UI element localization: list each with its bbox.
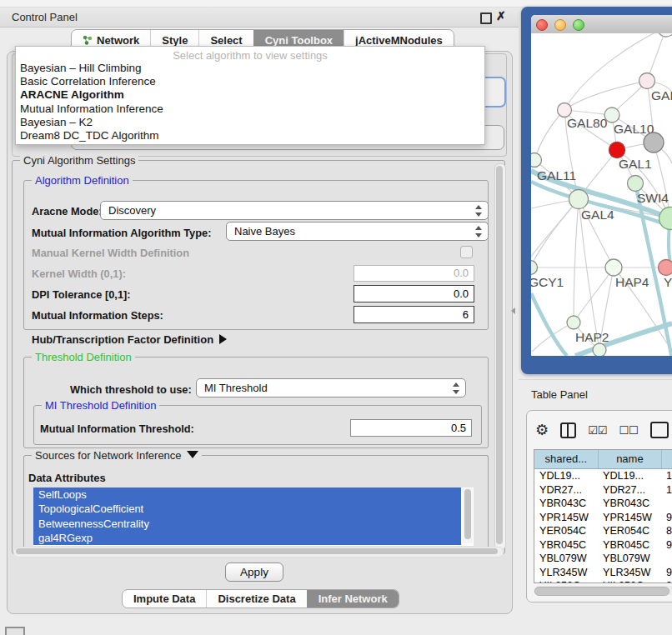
algorithm-option[interactable]: ARACNE Algorithm [16, 88, 484, 102]
aracne-mode-combo[interactable]: Discovery [100, 201, 489, 220]
scrollbar-thumb[interactable] [496, 166, 503, 544]
float-window-icon[interactable] [480, 12, 492, 24]
zoom-traffic-light-icon[interactable] [573, 19, 584, 31]
network-node-hap4[interactable] [605, 259, 622, 276]
algorithm-option[interactable]: Bayesian – Hill Climbing [16, 62, 484, 75]
apply-button[interactable]: Apply [225, 562, 283, 582]
scrollbar-thumb[interactable] [464, 489, 471, 539]
mi-threshold-input[interactable]: 0.5 [350, 419, 472, 437]
mi-type-combo[interactable]: Naive Bayes [226, 222, 489, 241]
column-header[interactable]: shared... [534, 450, 599, 468]
table-cell: YBL079W [534, 552, 598, 566]
algorithm-option[interactable]: Mutual Information Inference [16, 102, 484, 116]
node-table[interactable]: shared...name YDL19...YDL19...13YDR27...… [534, 449, 672, 583]
table-cell: YBR045C [534, 538, 598, 552]
column-header[interactable] [662, 450, 672, 468]
node-label: Y [664, 275, 672, 289]
table-cell: YDR27... [598, 483, 661, 498]
app-root: Control Panel ✗ NetworkStyleSelectCyni T… [0, 0, 672, 635]
data-attributes-list[interactable]: SelfLoopsTopologicalCoefficientBetweenne… [33, 488, 474, 546]
table-row[interactable]: YBL079WYBL079W [534, 552, 672, 566]
scrollbar-thumb[interactable] [16, 548, 498, 554]
table-cell: YDR27... [534, 483, 598, 498]
table-row[interactable]: YBR045CYBR045C9. [534, 538, 672, 552]
which-threshold-value: MI Threshold [204, 382, 268, 394]
table-row[interactable]: YDL19...YDL19...13 [534, 469, 672, 483]
columns-icon[interactable] [560, 422, 576, 438]
network-node[interactable] [644, 132, 664, 152]
gear-icon[interactable]: ⚙ [535, 422, 549, 438]
kernel-width-label: Kernel Width (0,1): [32, 268, 126, 280]
table-row[interactable]: YPR145WYPR145W9. [534, 511, 672, 525]
algorithm-option[interactable]: Basic Correlation Inference [16, 75, 484, 88]
network-node[interactable] [659, 208, 672, 230]
table-row[interactable]: YIL052CYIL052C9. [534, 579, 672, 583]
panel-resize-arrow-icon[interactable] [511, 308, 515, 314]
network-node-gal4[interactable] [569, 190, 589, 209]
network-node-gal[interactable] [639, 73, 655, 89]
network-edge [534, 110, 564, 160]
network-node-hap2[interactable] [567, 316, 580, 329]
network-window-titlebar[interactable] [531, 15, 672, 34]
mi-steps-input[interactable]: 6 [354, 306, 474, 323]
network-canvas[interactable]: GALGAL80GAL10GAL1GAL11SWI4GAL4GCY1HAP4YH… [531, 33, 672, 356]
deselect-all-checkboxes-icon[interactable]: ☐☐ [619, 424, 638, 437]
dpi-label: DPI Tolerance [0,1]: [32, 288, 131, 301]
table-cell: 9. [661, 566, 672, 580]
network-node-y[interactable] [659, 260, 672, 276]
table-cell: YPR145W [598, 511, 661, 525]
panel-icon[interactable] [650, 422, 669, 438]
dpi-input[interactable]: 0.0 [354, 285, 474, 302]
network-node[interactable] [657, 33, 672, 37]
attribute-item[interactable]: SelfLoops [33, 488, 461, 502]
tab-label: Cyni Toolbox [265, 34, 333, 47]
table-row[interactable]: YDR27...YDR27...12 [534, 483, 672, 498]
network-node[interactable] [593, 343, 606, 356]
column-header[interactable]: name [599, 450, 663, 468]
tab-discretize-data[interactable]: Discretize Data [206, 590, 306, 608]
popup-header: Select algorithm to view settings [16, 47, 484, 62]
sources-title[interactable]: Sources for Network Inference [32, 449, 202, 462]
table-row[interactable]: YLR345WYLR345W9. [534, 566, 672, 580]
network-edge [531, 199, 579, 268]
table-cell: 9. [661, 538, 672, 552]
threshold-definition-title: Threshold Definition [32, 351, 135, 363]
tab-label: Network [97, 34, 139, 47]
network-node-gal11[interactable] [531, 153, 542, 168]
aracne-mode-value: Discovery [108, 204, 156, 217]
settings-horizontal-scrollbar[interactable] [13, 547, 504, 558]
network-node-gal10[interactable] [604, 108, 619, 122]
mi-threshold-label: Mutual Information Threshold: [40, 422, 194, 435]
attribute-item[interactable]: BetweennessCentrality [33, 517, 461, 531]
algorithm-option[interactable]: Bayesian – K2 [16, 116, 484, 129]
table-cell [661, 497, 672, 511]
tab-label: Infer Network [318, 592, 388, 605]
network-node-gal80[interactable] [558, 103, 572, 118]
attribute-item[interactable]: TopologicalCoefficient [33, 502, 461, 516]
kernel-width-input[interactable]: 0.0 [354, 265, 474, 282]
network-node-gcy1[interactable] [531, 261, 538, 275]
list-vertical-scrollbar[interactable] [463, 488, 473, 543]
network-node-gal1[interactable] [609, 142, 625, 158]
collapsed-panel-button[interactable] [5, 627, 25, 635]
table-horizontal-scrollbar[interactable] [534, 586, 672, 595]
table-cell: 9. [661, 511, 672, 525]
manual-kernel-checkbox[interactable] [460, 246, 473, 258]
which-threshold-combo[interactable]: MI Threshold [196, 378, 466, 398]
scrollbar-thumb[interactable] [534, 587, 669, 596]
close-icon[interactable]: ✗ [496, 9, 506, 22]
close-traffic-light-icon[interactable] [536, 19, 548, 31]
tab-impute-data[interactable]: Impute Data [123, 590, 206, 608]
table-row[interactable]: YBR043CYBR043C [534, 497, 672, 511]
tab-infer-network[interactable]: Infer Network [307, 590, 399, 608]
algorithm-option[interactable]: Dream8 DC_TDC Algorithm [16, 129, 484, 142]
settings-vertical-scrollbar[interactable] [494, 163, 506, 550]
network-node-swi4[interactable] [628, 176, 644, 192]
hub-definition-toggle[interactable]: Hub/Transcription Factor Definition [32, 333, 227, 346]
attribute-item[interactable]: gal4RGexp [33, 531, 461, 545]
mi-type-value: Naive Bayes [234, 225, 295, 238]
select-all-checkboxes-icon[interactable]: ☑☑ [588, 424, 607, 437]
table-row[interactable]: YER054CYER054C8. [534, 524, 672, 538]
algorithm-dropdown-popup: Select algorithm to view settings Bayesi… [15, 46, 485, 145]
minimize-traffic-light-icon[interactable] [554, 19, 566, 31]
